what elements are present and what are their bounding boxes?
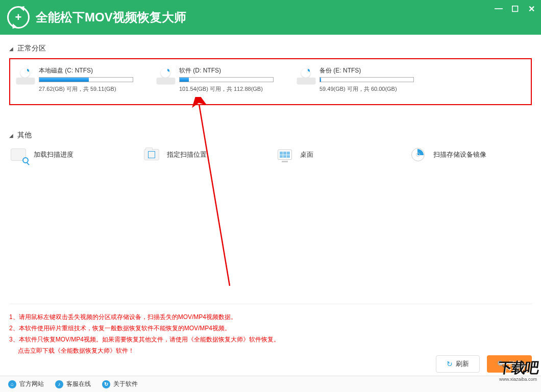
- maximize-button[interactable]: ☐: [510, 4, 520, 14]
- monitor-icon: [276, 147, 294, 162]
- disk-icon: [297, 68, 315, 84]
- refresh-button[interactable]: ↻ 刷新: [436, 355, 480, 373]
- partitions-label: 正常分区: [17, 44, 46, 53]
- scan-label: 扫描: [508, 359, 522, 369]
- specify-scan-location[interactable]: 指定扫描位置: [142, 147, 265, 162]
- footer-label: 官方网站: [19, 380, 44, 388]
- partition-e[interactable]: 备份 (E: NTFS) 59.49(GB) 可用，共 60.00(GB): [297, 66, 427, 93]
- disk-icon: [157, 68, 175, 84]
- titlebar: + 全能松下MOV视频恢复大师 — ☐ ✕: [0, 0, 541, 35]
- tip-link-line: 点击立即下载《全能数据恢复大师》软件！: [9, 345, 532, 356]
- item-label: 指定扫描位置: [167, 150, 207, 159]
- other-header: ◢ 其他: [9, 131, 532, 140]
- close-button[interactable]: ✕: [527, 4, 536, 14]
- refresh-icon: ↻: [447, 360, 453, 368]
- disk-icon: [16, 68, 35, 84]
- folder-target-icon: [142, 147, 161, 162]
- usage-bar: [179, 77, 274, 82]
- partition-c[interactable]: 本地磁盘 (C: NTFS) 27.62(GB) 可用，共 59.11(GB): [16, 66, 146, 93]
- app-title: 全能松下MOV视频恢复大师: [36, 9, 186, 26]
- other-label: 其他: [17, 131, 32, 140]
- footer-label: 客服在线: [66, 380, 91, 388]
- load-scan-progress[interactable]: 加载扫描进度: [9, 147, 132, 162]
- partition-name: 软件 (D: NTFS): [179, 66, 287, 75]
- collapse-icon[interactable]: ◢: [9, 133, 13, 138]
- main-content: ◢ 正常分区 本地磁盘 (C: NTFS) 27.62(GB) 可用，共 59.…: [0, 35, 541, 172]
- partitions-header: ◢ 正常分区: [9, 44, 532, 53]
- usage-bar: [319, 77, 414, 82]
- refresh-label: 刷新: [456, 359, 469, 369]
- tip-line: 2、本软件使用碎片重组技术，恢复一般数据恢复软件不能恢复的MOV/MP4视频。: [9, 323, 532, 334]
- bottom-buttons: ↻ 刷新 🔍 扫描: [436, 355, 532, 373]
- download-link[interactable]: 点击立即下载《全能数据恢复大师》软件！: [18, 347, 134, 354]
- partition-d[interactable]: 软件 (D: NTFS) 101.54(GB) 可用，共 112.88(GB): [157, 66, 287, 93]
- headset-icon: ♪: [55, 380, 63, 388]
- info-icon: ↻: [102, 380, 110, 388]
- tips-area: 1、请用鼠标左键双击丢失视频的分区或存储设备，扫描丢失的MOV/MP4视频数据。…: [9, 304, 532, 356]
- customer-service-link[interactable]: ♪ 客服在线: [55, 380, 91, 388]
- search-icon: 🔍: [497, 360, 505, 368]
- app-logo-icon: +: [7, 6, 30, 29]
- item-label: 桌面: [300, 150, 313, 159]
- partitions-highlight-box: 本地磁盘 (C: NTFS) 27.62(GB) 可用，共 59.11(GB) …: [9, 58, 532, 105]
- tip-line: 3、本软件只恢复MOV/MP4视频。如果需要恢复其他文件，请使用《全能数据恢复大…: [9, 334, 532, 345]
- disc-icon: [409, 147, 427, 162]
- partition-name: 本地磁盘 (C: NTFS): [39, 66, 146, 75]
- other-section: ◢ 其他 加载扫描进度 指定扫描位置 桌面 扫描存储设备镜像: [9, 131, 532, 162]
- desktop-item[interactable]: 桌面: [276, 147, 399, 162]
- minimize-button[interactable]: —: [494, 4, 503, 14]
- scan-device-image[interactable]: 扫描存储设备镜像: [409, 147, 532, 162]
- tip-line: 1、请用鼠标左键双击丢失视频的分区或存储设备，扫描丢失的MOV/MP4视频数据。: [9, 311, 532, 323]
- footer-bar: ⌂ 官方网站 ♪ 客服在线 ↻ 关于软件: [0, 376, 541, 392]
- partition-stats: 27.62(GB) 可用，共 59.11(GB): [39, 85, 146, 93]
- partition-stats: 59.49(GB) 可用，共 60.00(GB): [319, 85, 427, 93]
- footer-label: 关于软件: [113, 380, 138, 388]
- usage-bar: [39, 77, 133, 82]
- about-software-link[interactable]: ↻ 关于软件: [102, 380, 138, 388]
- home-icon: ⌂: [8, 380, 16, 388]
- item-label: 加载扫描进度: [34, 150, 73, 159]
- folder-search-icon: [9, 147, 28, 162]
- partition-name: 备份 (E: NTFS): [319, 66, 427, 75]
- collapse-icon[interactable]: ◢: [9, 46, 13, 52]
- official-site-link[interactable]: ⌂ 官方网站: [8, 380, 44, 388]
- window-controls: — ☐ ✕: [494, 4, 536, 14]
- scan-button[interactable]: 🔍 扫描: [487, 355, 532, 373]
- partition-stats: 101.54(GB) 可用，共 112.88(GB): [179, 85, 287, 93]
- item-label: 扫描存储设备镜像: [433, 150, 486, 159]
